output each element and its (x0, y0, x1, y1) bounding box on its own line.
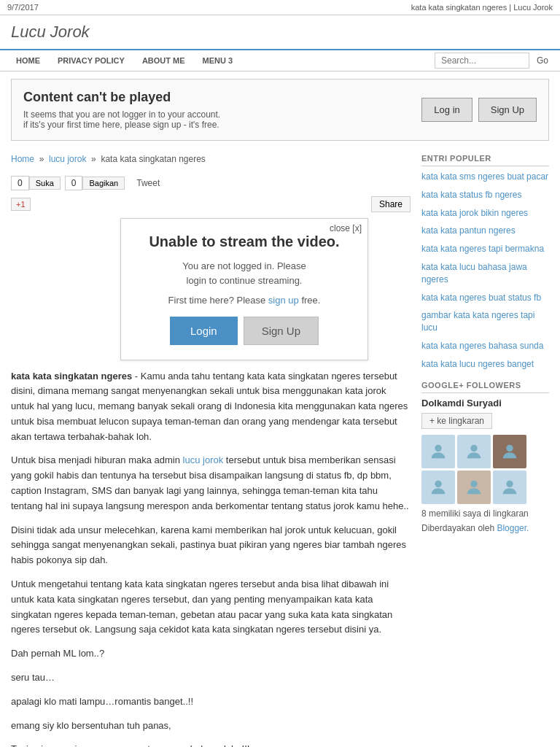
sidebar-link-2[interactable]: kata kata jorok bikin ngeres (421, 207, 549, 220)
bagikan-count: 0 (65, 176, 83, 190)
banner-subtitle2: if its's your first time here, please si… (23, 120, 421, 130)
breadcrumb-current: kata kata singkatan ngeres (101, 154, 205, 164)
suka-group: 0 Suka (11, 176, 61, 190)
followers-title: GOOGLE+ FOLLOWERS (421, 381, 549, 393)
article-para3: Disini tidak ada unsur melecehkan, karen… (11, 523, 411, 568)
avatars-grid (421, 435, 549, 504)
sidebar-link-8[interactable]: kata kata ngeres bahasa sunda (421, 340, 549, 352)
nav-menu3[interactable]: MENU 3 (194, 50, 242, 71)
sidebar-link-6[interactable]: kata kata ngeres buat status fb (421, 292, 549, 304)
nav-items: HOME PRIVACY POLICY ABOUT ME MENU 3 (7, 50, 435, 71)
banner-text: Content can't be played It seems that yo… (23, 90, 421, 130)
overlay-signup-button[interactable]: Sign Up (244, 317, 319, 345)
search-input[interactable] (435, 53, 529, 69)
banner-subtitle1: It seems that you are not logger in to y… (23, 109, 421, 120)
article-para1: kata kata singkatan ngeres - Kamu anda t… (11, 369, 411, 445)
svg-point-1 (470, 444, 477, 451)
bagikan-button[interactable]: Bagikan (82, 177, 125, 190)
svg-point-5 (506, 480, 513, 487)
lucu-jorok-link[interactable]: lucu jorok (183, 454, 224, 465)
banner-login-button[interactable]: Log in (421, 98, 472, 122)
sidebar: ENTRI POPULER kata kata sms ngeres buat … (421, 148, 549, 747)
blogger-link[interactable]: Blogger. (497, 523, 529, 533)
banner-title: Content can't be played (23, 90, 421, 105)
banner-signup-button[interactable]: Sign Up (478, 98, 537, 122)
followers-count: 8 memiliki saya di lingkaran (421, 508, 549, 519)
nav-privacy[interactable]: PRIVACY POLICY (49, 50, 133, 71)
follow-button[interactable]: + ke lingkaran (421, 413, 492, 429)
avatar-2 (457, 435, 491, 468)
overlay-buttons: Login Sign Up (143, 317, 346, 345)
site-title: Lucu Jorok (0, 15, 560, 49)
signup-link[interactable]: sign up (268, 295, 299, 306)
sidebar-link-1[interactable]: kata kata status fb ngeres (421, 189, 549, 201)
popular-title: ENTRI POPULER (421, 154, 549, 166)
sidebar-link-3[interactable]: kata kata pantun ngeres (421, 225, 549, 237)
cant-play-banner: Content can't be played It seems that yo… (11, 79, 549, 141)
article-para9: Tapi cairannya jangan sampe netes, awas … (11, 742, 411, 747)
nav-home[interactable]: HOME (7, 50, 49, 71)
followers-section: GOOGLE+ FOLLOWERS Dolkamdi Suryadi + ke … (421, 381, 549, 533)
article-para2: Untuk bisa menjadi hiburan maka admin lu… (11, 453, 411, 514)
article-para4: Untuk mengetahui tentang kata kata singk… (11, 577, 411, 638)
article-para6: seru tau… (11, 670, 411, 686)
avatar-4 (421, 471, 455, 504)
date-label: 9/7/2017 (7, 3, 39, 12)
article-text: kata kata singkatan ngeres - Kamu anda t… (11, 369, 411, 748)
follower-name: Dolkamdi Suryadi (421, 398, 549, 409)
sidebar-link-7[interactable]: gambar kata kata ngeres tapi lucu (421, 309, 549, 334)
sidebar-link-9[interactable]: kata kata lucu ngeres banget (421, 358, 549, 371)
avatar-5 (457, 471, 491, 504)
sidebar-link-0[interactable]: kata kata sms ngeres buat pacar (421, 171, 549, 183)
svg-point-2 (506, 444, 513, 451)
avatar-1 (421, 435, 455, 468)
content-area: Home » lucu jorok » kata kata singkatan … (11, 148, 411, 747)
article-para7: apalagi klo mati lampu…romantis banget..… (11, 694, 411, 710)
svg-point-0 (435, 444, 441, 451)
powered-by: Diberdayakan oleh Blogger. (421, 523, 549, 533)
sidebar-link-4[interactable]: kata kata ngeres tapi bermakna (421, 243, 549, 255)
go-button[interactable]: Go (532, 53, 553, 68)
share-button[interactable]: Share (371, 196, 411, 212)
overlay-text1: You are not logged in. Please login to c… (143, 259, 346, 287)
breadcrumb: Home » lucu jorok » kata kata singkatan … (11, 148, 411, 170)
social-buttons: 0 Suka 0 Bagikan Tweet (11, 176, 411, 190)
tweet-button[interactable]: Tweet (136, 178, 160, 188)
breadcrumb-parent[interactable]: lucu jorok (49, 154, 86, 164)
avatar-3 (493, 435, 526, 468)
banner-buttons: Log in Sign Up (421, 98, 537, 122)
bagikan-group: 0 Bagikan (65, 176, 125, 190)
page-title-label: kata kata singkatan ngeres | Lucu Jorok (411, 3, 553, 12)
nav-about[interactable]: ABOUT ME (133, 50, 194, 71)
search-area: Go (435, 53, 553, 69)
navbar: HOME PRIVACY POLICY ABOUT ME MENU 3 Go (0, 49, 560, 71)
breadcrumb-home[interactable]: Home (11, 154, 34, 164)
overlay-login-button[interactable]: Login (170, 317, 238, 345)
close-link[interactable]: close [x] (330, 223, 362, 233)
overlay-text2: First time here? Please sign up free. (143, 293, 346, 308)
sidebar-link-5[interactable]: kata kata lucu bahasa jawa ngeres (421, 261, 549, 286)
overlay-title: Unable to stream the video. (143, 233, 346, 250)
main-layout: Home » lucu jorok » kata kata singkatan … (0, 148, 560, 747)
article-para8: emang siy klo bersentuhan tuh panas, (11, 719, 411, 734)
avatar-6 (493, 471, 526, 504)
top-bar: 9/7/2017 kata kata singkatan ngeres | Lu… (0, 0, 560, 15)
suka-button[interactable]: Suka (29, 177, 61, 190)
suka-count: 0 (11, 176, 29, 190)
article-para5: Dah pernah ML lom..? (11, 646, 411, 662)
svg-point-4 (470, 480, 477, 487)
article-bold-title: kata kata singkatan ngeres (11, 371, 132, 382)
video-overlay: close [x] Unable to stream the video. Yo… (120, 218, 368, 360)
svg-point-3 (435, 480, 441, 487)
gplus-button[interactable]: +1 (11, 198, 31, 211)
